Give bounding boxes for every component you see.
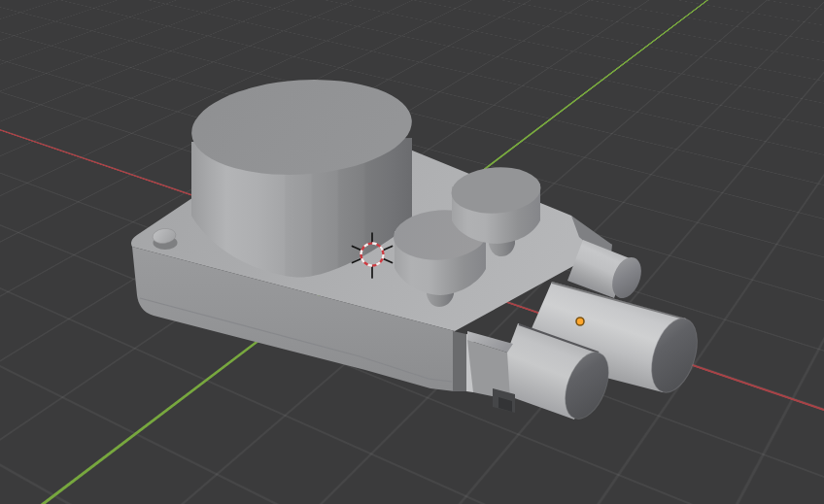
origin-point-group (576, 318, 584, 325)
viewport-3d[interactable] (0, 0, 824, 504)
model-svg (0, 0, 824, 504)
object-origin-dot[interactable] (576, 318, 584, 325)
mesh-object[interactable] (131, 74, 705, 425)
notch-inner-face[interactable] (453, 331, 466, 391)
